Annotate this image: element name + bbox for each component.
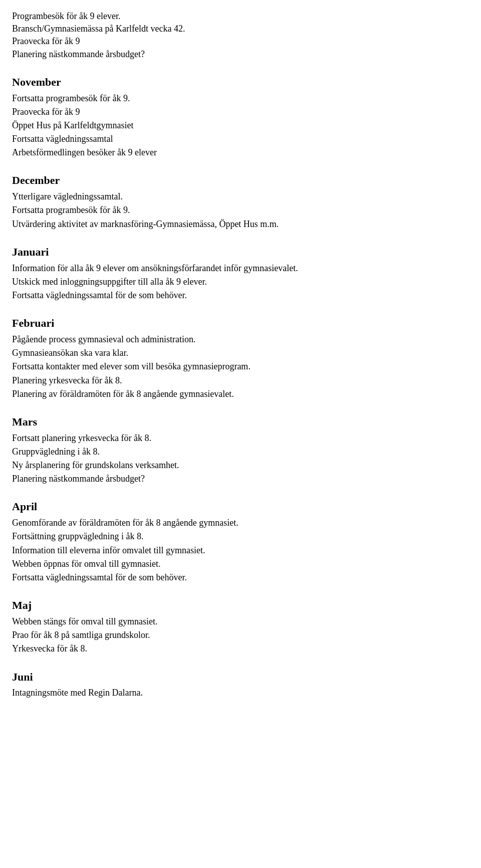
list-item: Fortsatta vägledningssamtal [12,133,469,145]
list-item: Utvärdering aktivitet av marknasföring-G… [12,218,469,231]
maj-content: Webben stängs för omval till gymnasiet. … [12,615,469,656]
list-item: Ytterligare vägledningssamtal. [12,190,469,203]
list-item: Fortsatta vägledningssamtal för de som b… [12,571,469,584]
intro-line2: Bransch/Gymnasiemässa på Karlfeldt vecka… [12,23,469,35]
list-item: Arbetsförmedlingen besöker åk 9 elever [12,146,469,159]
februari-content: Pågående process gymnasieval och adminis… [12,333,469,400]
mars-content: Fortsatt planering yrkesvecka för åk 8. … [12,432,469,486]
list-item: Planering nästkommande årsbudget? [12,473,469,485]
list-item: Intagningsmöte med Regin Dalarna. [12,687,469,699]
list-item: Fortsatta programbesök för åk 9. [12,204,469,216]
list-item: Genomförande av föräldramöten för åk 8 a… [12,517,469,529]
april-section: April Genomförande av föräldramöten för … [12,499,469,584]
intro-line3: Praovecka för åk 9 [12,35,469,48]
intro-line4: Planering nästkommande årsbudget? [12,48,469,61]
list-item: Gymnasieansökan ska vara klar. [12,347,469,359]
list-item: Planering av föräldramöten för åk 8 angå… [12,388,469,400]
list-item: Webben stängs för omval till gymnasiet. [12,615,469,628]
list-item: Ny årsplanering för grundskolans verksam… [12,459,469,472]
april-content: Genomförande av föräldramöten för åk 8 a… [12,517,469,584]
maj-section: Maj Webben stängs för omval till gymnasi… [12,598,469,655]
december-content: Ytterligare vägledningssamtal. Fortsatta… [12,190,469,231]
list-item: Fortsättning gruppvägledning i åk 8. [12,530,469,543]
februari-heading: Februari [12,316,469,331]
januari-heading: Januari [12,245,469,260]
list-item: Planering yrkesvecka för åk 8. [12,374,469,387]
november-content: Fortsatta programbesök för åk 9. Praovec… [12,92,469,159]
intro-line1: Programbesök för åk 9 elever. [12,10,469,23]
list-item: Fortsatta programbesök för åk 9. [12,92,469,105]
december-section: December Ytterligare vägledningssamtal. … [12,173,469,230]
januari-section: Januari Information för alla åk 9 elever… [12,245,469,302]
juni-content: Intagningsmöte med Regin Dalarna. [12,687,469,699]
juni-section: Juni Intagningsmöte med Regin Dalarna. [12,670,469,700]
list-item: Fortsatta vägledningssamtal för de som b… [12,289,469,302]
list-item: Pågående process gymnasieval och adminis… [12,333,469,346]
list-item: Öppet Hus på Karlfeldtgymnasiet [12,119,469,132]
list-item: Prao för åk 8 på samtliga grundskolor. [12,629,469,641]
list-item: Information till eleverna inför omvalet … [12,544,469,557]
april-heading: April [12,499,469,515]
mars-heading: Mars [12,414,469,430]
list-item: Yrkesvecka för åk 8. [12,642,469,655]
list-item: Gruppvägledning i åk 8. [12,446,469,458]
list-item: Information för alla åk 9 elever om ansö… [12,262,469,275]
list-item: Fortsatt planering yrkesvecka för åk 8. [12,432,469,445]
november-heading: November [12,75,469,90]
december-heading: December [12,173,469,188]
januari-content: Information för alla åk 9 elever om ansö… [12,262,469,302]
maj-heading: Maj [12,598,469,613]
mars-section: Mars Fortsatt planering yrkesvecka för å… [12,414,469,486]
februari-section: Februari Pågående process gymnasieval oc… [12,316,469,400]
juni-heading: Juni [12,670,469,685]
list-item: Praovecka för åk 9 [12,106,469,118]
intro-section: Programbesök för åk 9 elever. Bransch/Gy… [12,10,469,61]
list-item: Fortsatta kontakter med elever som vill … [12,360,469,373]
list-item: Utskick med inloggningsuppgifter till al… [12,276,469,288]
november-section: November Fortsatta programbesök för åk 9… [12,75,469,159]
list-item: Webben öppnas för omval till gymnasiet. [12,558,469,570]
